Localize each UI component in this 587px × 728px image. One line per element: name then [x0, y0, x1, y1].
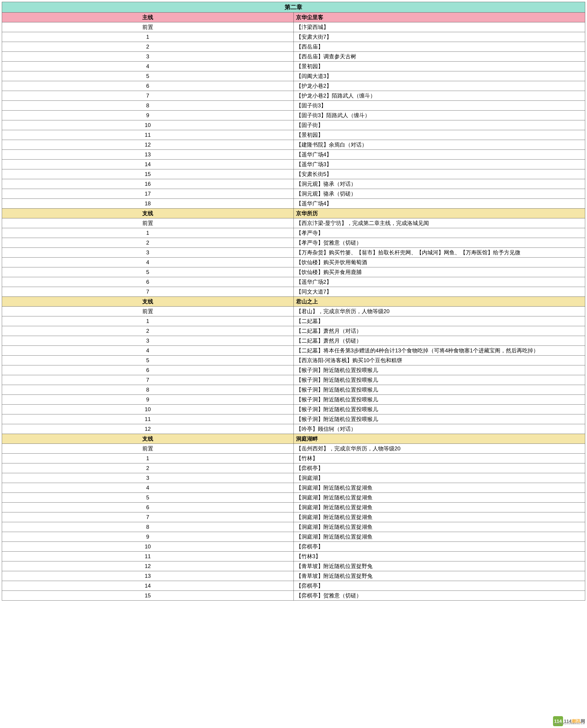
table-row: 7【洞庭湖】附近随机位置捉湖鱼 [2, 512, 585, 522]
table-row: 9【固子街3】陌路武人（缠斗） [2, 111, 585, 120]
step-content: 【洞元观】骆承（切磋） [294, 189, 585, 199]
step-number: 11 [2, 414, 294, 424]
step-number: 5 [2, 267, 294, 277]
table-row: 17【洞元观】骆承（切磋） [2, 189, 585, 199]
step-number: 17 [2, 189, 294, 199]
section-type-label: 支线 [2, 434, 294, 444]
step-content: 【吟亭】顾信轲（对话） [294, 424, 585, 434]
step-content: 【闾阖大道3】 [294, 71, 585, 81]
table-row: 4【洞庭湖】附近随机位置捉湖鱼 [2, 483, 585, 493]
step-number: 前置 [2, 307, 294, 316]
table-row: 10【弈棋亭】 [2, 542, 585, 552]
section-title: 京华尘里客 [294, 13, 585, 22]
step-content: 【洞庭湖】附近随机位置捉湖鱼 [294, 483, 585, 493]
table-row: 12【吟亭】顾信轲（对话） [2, 424, 585, 434]
step-content: 【青草坡】附近随机位置捉野兔 [294, 571, 585, 581]
step-content: 【西京汴梁-显宁坊】，完成第二章主线，完成洛城见闻 [294, 218, 585, 228]
table-row: 6【遥华广场2】 [2, 277, 585, 287]
step-content: 【建隆书院】余焉白（对话） [294, 140, 585, 150]
step-number: 前置 [2, 444, 294, 454]
step-number: 1 [2, 228, 294, 238]
table-row: 2【弈棋亭】 [2, 463, 585, 473]
step-number: 3 [2, 336, 294, 346]
step-content: 【二妃墓】 [294, 316, 585, 326]
step-content: 【景初园】 [294, 130, 585, 140]
step-number: 6 [2, 365, 294, 375]
step-number: 1 [2, 32, 294, 42]
table-row: 11【猴子洞】附近随机位置投喂猴儿 [2, 414, 585, 424]
step-number: 2 [2, 42, 294, 52]
step-number: 4 [2, 483, 294, 493]
table-row: 3【西岳庙】调查参天古树 [2, 52, 585, 62]
table-row: 3【万寿杂货】购买竹篓、【翁市】拾取长杆兜网、【内城河】网鱼、【万寿医馆】给予方… [2, 248, 585, 258]
step-content: 【弈棋亭】 [294, 463, 585, 473]
quest-table: 第二章主线京华尘里客前置【汴梁西城】1【安肃大街7】2【西岳庙】3【西岳庙】调查… [2, 2, 585, 601]
step-number: 前置 [2, 218, 294, 228]
table-row: 2【二妃墓】萧然月（对话） [2, 326, 585, 336]
step-number: 2 [2, 326, 294, 336]
step-number: 12 [2, 561, 294, 571]
table-row: 8【洞庭湖】附近随机位置捉湖鱼 [2, 522, 585, 532]
table-row: 1【安肃大街7】 [2, 32, 585, 42]
step-content: 【遥华广场4】 [294, 199, 585, 209]
table-row: 8【猴子洞】附近随机位置投喂猴儿 [2, 385, 585, 395]
table-row: 18【遥华广场4】 [2, 199, 585, 209]
step-content: 【洞庭湖】附近随机位置捉湖鱼 [294, 503, 585, 512]
table-row: 4【二妃墓】将本任务第3步赠送的4种合计13个食物吃掉（可将4种食物塞1个进藏宝… [2, 346, 585, 356]
step-number: 12 [2, 424, 294, 434]
step-content: 【同文大道7】 [294, 287, 585, 297]
table-row: 1【二妃墓】 [2, 316, 585, 326]
step-number: 15 [2, 591, 294, 601]
table-row: 13【青草坡】附近随机位置捉野兔 [2, 571, 585, 581]
step-content: 【猴子洞】附近随机位置投喂猴儿 [294, 375, 585, 385]
step-content: 【洞庭湖】 [294, 473, 585, 483]
table-row: 4【景初园】 [2, 62, 585, 71]
step-content: 【西岳庙】调查参天古树 [294, 52, 585, 62]
step-number: 1 [2, 454, 294, 463]
step-number: 4 [2, 62, 294, 71]
table-row: 5【西京洛阳-河洛客栈】购买10个豆包和糕饼 [2, 356, 585, 365]
step-content: 【猴子洞】附近随机位置投喂猴儿 [294, 414, 585, 424]
step-number: 5 [2, 71, 294, 81]
section-title: 君山之上 [294, 297, 585, 307]
step-content: 【护龙小巷2】 [294, 81, 585, 91]
table-row: 7【同文大道7】 [2, 287, 585, 297]
step-content: 【竹林3】 [294, 552, 585, 561]
step-content: 【洞庭湖】附近随机位置捉湖鱼 [294, 522, 585, 532]
step-number: 5 [2, 356, 294, 365]
step-number: 7 [2, 512, 294, 522]
step-number: 4 [2, 346, 294, 356]
step-number: 前置 [2, 22, 294, 32]
step-number: 2 [2, 463, 294, 473]
step-content: 【饮仙楼】购买并饮用葡萄酒 [294, 258, 585, 267]
table-row: 5【洞庭湖】附近随机位置捉湖鱼 [2, 493, 585, 503]
table-row: 4【饮仙楼】购买并饮用葡萄酒 [2, 258, 585, 267]
step-content: 【竹林】 [294, 454, 585, 463]
step-content: 【遥华广场4】 [294, 150, 585, 160]
step-content: 【猴子洞】附近随机位置投喂猴儿 [294, 385, 585, 395]
table-row: 3【二妃墓】萧然月（切磋） [2, 336, 585, 346]
step-number: 4 [2, 258, 294, 267]
table-row: 16【洞元观】骆承（对话） [2, 179, 585, 189]
table-row: 15【安肃长街5】 [2, 169, 585, 179]
step-content: 【遥华广场3】 [294, 160, 585, 169]
step-number: 5 [2, 493, 294, 503]
step-content: 【岳州西郊】，完成京华所历，人物等级20 [294, 444, 585, 454]
step-number: 2 [2, 238, 294, 248]
table-row: 12【建隆书院】余焉白（对话） [2, 140, 585, 150]
step-number: 18 [2, 199, 294, 209]
step-number: 7 [2, 287, 294, 297]
step-content: 【固子街3】陌路武人（缠斗） [294, 111, 585, 120]
table-row: 2【西岳庙】 [2, 42, 585, 52]
step-content: 【二妃墓】萧然月（对话） [294, 326, 585, 336]
step-content: 【猴子洞】附近随机位置投喂猴儿 [294, 395, 585, 405]
step-content: 【君山】，完成京华所历，人物等级20 [294, 307, 585, 316]
step-content: 【安肃长街5】 [294, 169, 585, 179]
chapter-title: 第二章 [2, 2, 585, 13]
step-content: 【青草坡】附近随机位置捉野兔 [294, 561, 585, 571]
step-number: 16 [2, 179, 294, 189]
table-row: 12【青草坡】附近随机位置捉野兔 [2, 561, 585, 571]
step-content: 【景初园】 [294, 62, 585, 71]
step-number: 6 [2, 503, 294, 512]
step-number: 14 [2, 581, 294, 591]
